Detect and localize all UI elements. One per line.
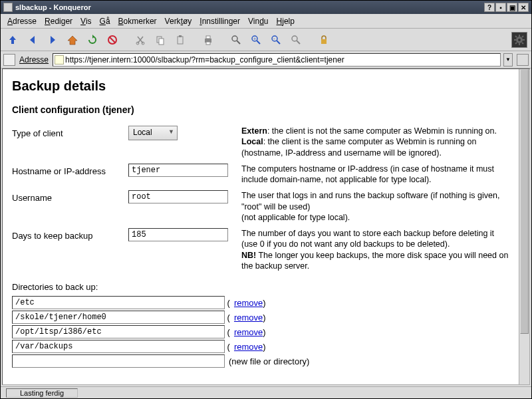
label-host: Hostname or IP-address [12,164,128,176]
dir-input-1[interactable] [12,311,225,324]
svg-line-1 [110,37,115,43]
input-user[interactable] [128,190,228,203]
dir-input-2[interactable] [12,325,225,338]
minimize-button[interactable]: ▪ [495,3,506,12]
app-icon [3,3,13,12]
reload-button[interactable] [84,32,100,48]
svg-text:+: + [253,37,256,41]
label-user: Username [12,190,128,203]
gear-icon[interactable] [511,32,527,48]
menu-innstillinger[interactable]: Innstillinger [197,15,243,27]
svg-text:-: - [273,35,275,41]
svg-point-19 [292,36,297,41]
find-button[interactable] [228,32,244,48]
menu-verktoy[interactable]: Verktøy [162,15,195,27]
paste-button[interactable] [172,32,188,48]
content-area: Backup details Client configuration (tje… [2,68,530,385]
page-title: Backup details [12,78,509,94]
dir-row: (remove) [12,296,509,309]
remove-link-3[interactable]: remove [234,342,263,352]
menu-adresse[interactable]: Adresse [5,15,39,27]
svg-line-20 [297,41,300,44]
url-site-icon [55,55,64,65]
home-button[interactable] [65,32,80,48]
label-days: Days to keep backup [12,228,128,241]
svg-rect-7 [179,35,182,37]
remove-link-1[interactable]: remove [234,313,263,323]
svg-line-17 [277,41,280,44]
page-subtitle: Client configuration (tjener) [12,104,509,115]
clear-address-icon[interactable] [3,54,15,66]
remove-link-0[interactable]: remove [234,298,263,308]
maximize-button[interactable]: ▣ [507,3,517,12]
menu-vindu[interactable]: Vindu [245,15,271,27]
close-button[interactable]: ✕ [518,3,529,12]
zoom-out-button[interactable]: - [268,32,284,48]
row-user: Username The user that logs in and runs … [12,190,509,223]
cut-button[interactable] [132,32,148,48]
help-button[interactable]: ? [484,3,495,12]
back-button[interactable] [25,32,41,48]
zoom-in-button[interactable]: + [248,32,264,48]
menu-vis[interactable]: Vis [78,15,94,27]
svg-rect-5 [159,39,164,45]
row-type: Type of client Local Extern: the client … [12,126,509,158]
scroll-thumb[interactable] [520,69,529,334]
copy-button[interactable] [152,32,168,48]
svg-point-23 [518,39,521,41]
label-type: Type of client [12,126,128,138]
select-type[interactable]: Local [128,126,178,140]
dir-input-new[interactable] [12,354,225,368]
page: Backup details Client configuration (tje… [3,69,519,384]
svg-line-14 [257,41,260,44]
dir-row: (remove) [12,340,509,353]
svg-point-11 [232,36,237,41]
up-button[interactable] [5,32,21,48]
window-buttons: ? ▪ ▣ ✕ [483,3,529,12]
go-button[interactable] [517,54,529,66]
row-host: Hostname or IP-address The computers hos… [12,164,509,186]
lock-icon [316,32,332,48]
url-dropdown[interactable]: ▼ [503,53,513,66]
dirs-label: Directories to back up: [12,282,509,292]
dir-row: (remove) [12,311,509,324]
dir-input-3[interactable] [12,340,225,353]
stop-button[interactable] [104,32,120,48]
dir-input-0[interactable] [12,296,225,309]
svg-rect-6 [178,37,183,44]
input-days[interactable] [128,228,228,241]
titlebar: slbackup - Konqueror ? ▪ ▣ ✕ [1,1,531,14]
svg-rect-10 [206,42,210,45]
svg-rect-9 [206,36,210,39]
input-host[interactable] [128,164,228,177]
addressbar: Adresse ▼ [1,51,531,68]
svg-line-29 [522,43,523,44]
desc-user: The user that logs in and runs the backu… [235,190,509,223]
statusbar: Lasting ferdig [1,386,531,398]
new-dir-hint: (new file or directory) [229,356,309,366]
svg-line-28 [515,36,517,37]
desc-days: The number of days you want to store eac… [235,228,509,271]
status-text: Lasting ferdig [6,388,78,398]
menu-hjelp[interactable]: Hjelp [274,15,297,27]
svg-line-30 [515,43,517,44]
print-button[interactable] [200,32,216,48]
url-field-wrap [53,53,501,66]
scrollbar[interactable] [519,69,529,384]
svg-line-31 [522,36,523,37]
menu-bokmerker[interactable]: Bokmerker [116,15,160,27]
row-days: Days to keep backup The number of days y… [12,228,509,271]
window-title: slbackup - Konqueror [15,3,483,11]
forward-button[interactable] [45,32,61,48]
toolbar: + - [1,29,531,51]
menu-ga[interactable]: Gå [97,15,113,27]
menu-rediger[interactable]: Rediger [42,15,75,27]
desc-host: The computers hostname or IP-address (in… [235,164,509,186]
remove-link-2[interactable]: remove [234,327,263,337]
url-input[interactable] [65,55,499,65]
dir-row-new: (new file or directory) [12,354,509,368]
menubar: Adresse Rediger Vis Gå Bokmerker Verktøy… [1,14,531,29]
svg-rect-21 [321,39,327,44]
zoom-reset-button[interactable] [288,32,304,48]
address-label: Adresse [18,55,50,65]
